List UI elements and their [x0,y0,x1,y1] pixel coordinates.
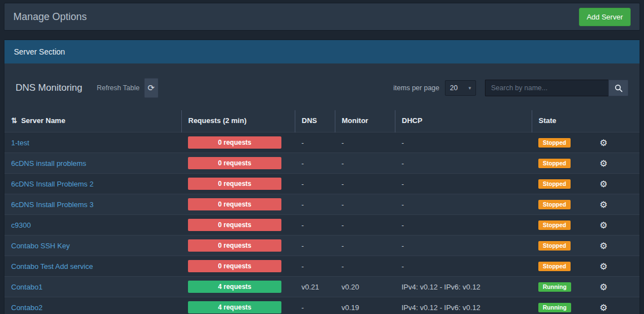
dhcp-cell: - [395,236,532,256]
dns-version-cell: - [295,215,335,236]
table-row: Contabo1 4 requests v0.21 v0.20 IPv4: v0… [4,277,640,297]
table-row: Contabo Test Add service 0 requests - - … [4,256,640,277]
requests-badge: 0 requests [188,260,281,272]
state-badge: Running [538,303,571,312]
search-icon [615,84,623,92]
dhcp-cell: - [395,194,532,215]
column-header-state: State [532,110,587,133]
dhcp-cell: - [395,174,532,194]
page-title: Manage Options [13,11,87,23]
state-badge: Stopped [538,220,571,230]
state-badge: Stopped [538,179,571,189]
server-table-body: 1-test 0 requests - - - Stopped ⚙ 6cDNS … [4,133,640,314]
items-per-page-value: 20 [450,84,458,92]
state-badge: Stopped [538,262,571,271]
monitor-version-cell: v0.20 [335,277,395,297]
table-row: Contabo2 4 requests - v0.19 IPv4: v0.12 … [4,297,640,314]
sort-icon[interactable]: ⇅ [11,116,17,125]
dhcp-cell: IPv4: v0.12 - IPv6: v0.12 [395,277,532,297]
column-header-dhcp: DHCP [395,110,532,133]
server-name-link[interactable]: c9300 [11,221,31,229]
dns-version-cell: v0.21 [295,277,335,297]
server-name-link[interactable]: 6cDNS install problems [11,159,86,168]
requests-badge: 0 requests [188,136,281,149]
panel-header: Server Section [4,40,640,63]
toolbar-right: items per page 20 ▾ [393,80,628,96]
top-bar: Manage Options Add Server [4,3,640,31]
dns-version-cell: - [295,236,335,256]
column-header-requests: Requests (2 min) [181,110,295,133]
dhcp-cell: - [395,215,532,236]
items-per-page-label: items per page [393,84,439,92]
table-row: 6cDNS Install Problems 3 0 requests - - … [4,194,640,215]
requests-badge: 0 requests [188,157,281,169]
dhcp-cell: - [395,256,532,277]
monitor-version-cell: v0.19 [335,297,395,314]
items-per-page-select[interactable]: 20 ▾ [445,80,476,96]
refresh-table-label: Refresh Table [97,84,140,92]
monitor-version-cell: - [335,133,395,153]
table-row: 6cDNS Install Problems 2 0 requests - - … [4,174,640,194]
search-input[interactable] [485,80,608,96]
server-name-link[interactable]: Contabo1 [11,283,42,291]
state-badge: Running [538,282,571,292]
column-header-server-name[interactable]: ⇅Server Name [4,110,181,133]
requests-badge: 4 requests [188,301,281,313]
monitor-version-cell: - [335,174,395,194]
requests-badge: 4 requests [188,281,281,293]
gear-icon[interactable]: ⚙ [600,159,607,168]
search-group [485,80,628,96]
state-badge: Stopped [538,159,571,168]
chevron-down-icon: ▾ [468,85,471,91]
monitor-version-cell: - [335,194,395,215]
monitor-version-cell: - [335,236,395,256]
gear-icon[interactable]: ⚙ [600,241,607,251]
dhcp-cell: - [395,153,532,174]
state-badge: Stopped [538,138,571,148]
column-header-dns: DNS [295,110,335,133]
state-badge: Stopped [538,241,571,251]
refresh-table-button[interactable]: ⟳ [144,78,158,98]
server-name-link[interactable]: 6cDNS Install Problems 3 [11,200,93,209]
table-title: DNS Monitoring [16,82,82,94]
table-header-row: ⇅Server Name Requests (2 min) DNS Monito… [4,110,640,133]
column-header-actions [587,110,640,133]
table-toolbar: DNS Monitoring Refresh Table ⟳ items per… [4,63,640,110]
monitor-version-cell: - [335,256,395,277]
server-name-link[interactable]: Contabo SSH Key [11,242,70,250]
column-header-monitor: Monitor [335,110,395,133]
requests-badge: 0 requests [188,239,281,252]
gear-icon[interactable]: ⚙ [600,200,607,209]
table-row: Contabo SSH Key 0 requests - - - Stopped… [4,236,640,256]
monitor-version-cell: - [335,153,395,174]
server-name-link[interactable]: Contabo2 [11,303,42,312]
table-row: 6cDNS install problems 0 requests - - - … [4,153,640,174]
dns-version-cell: - [295,133,335,153]
requests-badge: 0 requests [188,178,281,190]
requests-badge: 0 requests [188,219,281,231]
server-name-link[interactable]: 1-test [11,139,29,147]
server-name-link[interactable]: 6cDNS Install Problems 2 [11,180,93,188]
monitor-version-cell: - [335,215,395,236]
gear-icon[interactable]: ⚙ [600,179,607,189]
servers-table: ⇅Server Name Requests (2 min) DNS Monito… [4,110,640,314]
gear-icon[interactable]: ⚙ [600,138,607,148]
gear-icon[interactable]: ⚙ [600,303,607,312]
server-name-link[interactable]: Contabo Test Add service [11,262,93,271]
search-button[interactable] [608,80,628,96]
state-badge: Stopped [538,200,571,209]
gear-icon[interactable]: ⚙ [600,262,607,271]
dns-version-cell: - [295,153,335,174]
add-server-button[interactable]: Add Server [579,8,631,26]
refresh-icon: ⟳ [148,83,155,93]
panel-header-title: Server Section [14,47,65,56]
gear-icon[interactable]: ⚙ [600,282,607,292]
dns-version-cell: - [295,174,335,194]
dhcp-cell: IPv4: v0.12 - IPv6: v0.12 [395,297,532,314]
server-section-panel: Server Section DNS Monitoring Refresh Ta… [4,40,640,314]
dns-version-cell: - [295,256,335,277]
dns-version-cell: - [295,194,335,215]
requests-badge: 0 requests [188,198,281,210]
table-row: 1-test 0 requests - - - Stopped ⚙ [4,133,640,153]
gear-icon[interactable]: ⚙ [600,220,607,230]
